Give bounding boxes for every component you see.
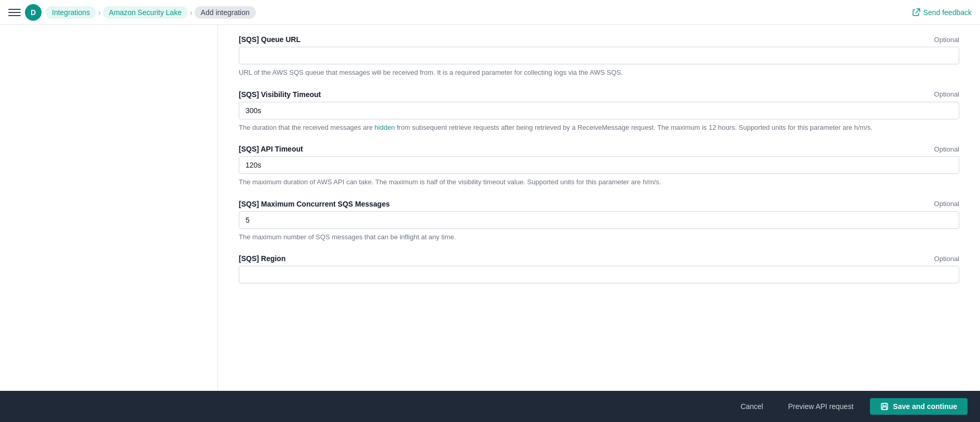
svg-rect-1: [883, 403, 886, 406]
sqs-region-input[interactable]: [239, 266, 959, 283]
breadcrumb: Integrations › Amazon Security Lake › Ad…: [46, 6, 908, 19]
field-desc-sqs-visibility-timeout: The duration that the received messages …: [239, 122, 959, 133]
sqs-visibility-timeout-input[interactable]: [239, 102, 959, 119]
sqs-api-timeout-input[interactable]: [239, 156, 959, 174]
field-group-sqs-queue-url: [SQS] Queue URL Optional URL of the AWS …: [239, 35, 959, 78]
field-group-sqs-region: [SQS] Region Optional: [239, 254, 959, 283]
field-label-sqs-visibility-timeout: [SQS] Visibility Timeout: [239, 90, 321, 99]
left-panel: [0, 25, 218, 391]
field-optional-sqs-api-timeout: Optional: [934, 145, 959, 153]
field-desc-sqs-queue-url: URL of the AWS SQS queue that messages w…: [239, 67, 959, 78]
field-label-sqs-max-concurrent: [SQS] Maximum Concurrent SQS Messages: [239, 200, 390, 208]
bottom-bar: Cancel Preview API request Save and cont…: [0, 391, 980, 422]
cancel-button[interactable]: Cancel: [732, 398, 772, 415]
field-label-sqs-queue-url: [SQS] Queue URL: [239, 35, 301, 44]
field-label-sqs-region: [SQS] Region: [239, 254, 285, 263]
right-panel: [SQS] Queue URL Optional URL of the AWS …: [218, 25, 980, 391]
breadcrumb-sep-1: ›: [98, 8, 101, 17]
field-optional-sqs-queue-url: Optional: [934, 36, 959, 44]
field-optional-sqs-region: Optional: [934, 255, 959, 263]
field-group-sqs-api-timeout: [SQS] API Timeout Optional The maximum d…: [239, 145, 959, 187]
field-desc-sqs-api-timeout: The maximum duration of AWS API can take…: [239, 177, 959, 187]
field-header-sqs-max-concurrent: [SQS] Maximum Concurrent SQS Messages Op…: [239, 200, 959, 208]
save-icon: [880, 402, 889, 411]
send-feedback-button[interactable]: Send feedback: [912, 8, 972, 17]
hamburger-menu[interactable]: [8, 6, 21, 19]
sqs-queue-url-input[interactable]: [239, 47, 959, 64]
field-optional-sqs-visibility-timeout: Optional: [934, 90, 959, 98]
save-and-continue-button[interactable]: Save and continue: [870, 398, 968, 415]
external-link-icon: [912, 8, 920, 17]
top-nav: D Integrations › Amazon Security Lake › …: [0, 0, 980, 25]
breadcrumb-add-integration: Add integration: [195, 6, 256, 19]
field-optional-sqs-max-concurrent: Optional: [934, 200, 959, 208]
send-feedback-label: Send feedback: [923, 8, 972, 17]
field-label-sqs-api-timeout: [SQS] API Timeout: [239, 145, 303, 153]
field-header-sqs-visibility-timeout: [SQS] Visibility Timeout Optional: [239, 90, 959, 99]
breadcrumb-sep-2: ›: [190, 8, 193, 17]
field-group-sqs-visibility-timeout: [SQS] Visibility Timeout Optional The du…: [239, 90, 959, 133]
sqs-max-concurrent-input[interactable]: [239, 211, 959, 229]
avatar: D: [25, 4, 42, 21]
svg-rect-2: [882, 407, 887, 410]
field-header-sqs-region: [SQS] Region Optional: [239, 254, 959, 263]
highlight-hidden: hidden: [375, 124, 395, 131]
field-header-sqs-queue-url: [SQS] Queue URL Optional: [239, 35, 959, 44]
field-desc-sqs-max-concurrent: The maximum number of SQS messages that …: [239, 232, 959, 242]
field-header-sqs-api-timeout: [SQS] API Timeout Optional: [239, 145, 959, 153]
main-layout: [SQS] Queue URL Optional URL of the AWS …: [0, 25, 980, 391]
preview-api-request-button[interactable]: Preview API request: [780, 398, 862, 415]
breadcrumb-amazon-security-lake[interactable]: Amazon Security Lake: [103, 6, 188, 19]
field-group-sqs-max-concurrent: [SQS] Maximum Concurrent SQS Messages Op…: [239, 200, 959, 242]
breadcrumb-integrations[interactable]: Integrations: [46, 6, 96, 19]
save-and-continue-label: Save and continue: [893, 402, 957, 411]
